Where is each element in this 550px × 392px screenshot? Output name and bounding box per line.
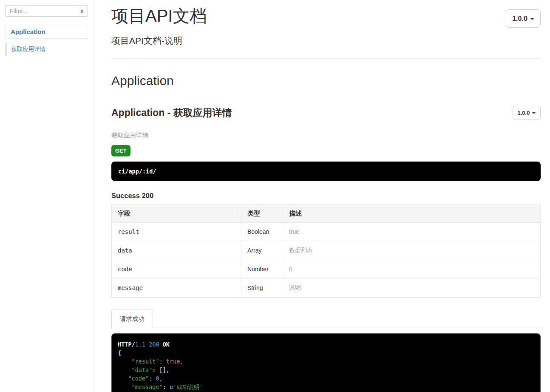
code-token-boolean: true, [166, 358, 184, 365]
cell-field: data [112, 241, 241, 260]
table-row: resultBooleantrue [112, 223, 541, 241]
cell-field: code [112, 260, 241, 278]
code-token-plain [118, 375, 128, 382]
table-row: messageString说明 [112, 278, 541, 298]
code-token-number: 1.1 200 [135, 341, 159, 348]
code-token-plain: : [149, 375, 156, 382]
table-column-header: 描述 [283, 205, 541, 223]
table-row: codeNumber0 [112, 260, 541, 278]
code-token-plain: { [118, 349, 121, 356]
header-version-dropdown[interactable]: 1.0.0 [506, 9, 541, 28]
cell-desc: 0 [283, 260, 541, 278]
article-title: Application - 获取应用详情 [111, 106, 232, 119]
cell-field: message [112, 278, 241, 298]
cell-desc: true [283, 223, 541, 241]
code-token-plain [118, 358, 132, 365]
cell-field: result [112, 223, 241, 241]
cell-desc: 说明 [283, 278, 541, 298]
article-header: Application - 获取应用详情 1.0.0 [111, 106, 541, 119]
page-title: 项目API文档 [111, 4, 541, 28]
table-column-header: 类型 [241, 205, 283, 223]
cell-type: Array [241, 241, 283, 260]
tab-request-success[interactable]: 请求成功 [111, 310, 153, 329]
code-token-key: "result" [132, 358, 159, 365]
code-token-bold: HTTP/ [118, 341, 135, 348]
example-tabs: 请求成功 [111, 309, 541, 327]
filter-clear-button[interactable]: x [77, 6, 87, 16]
code-token-string: '成功说明' [173, 383, 203, 390]
article-version-dropdown[interactable]: 1.0.0 [513, 106, 541, 119]
code-token-plain: : [159, 358, 166, 365]
success-fields-table: 字段类型描述 resultBooleantruedataArray数据列表cod… [111, 205, 541, 298]
code-token-plain: , [159, 375, 163, 382]
cell-type: String [241, 278, 283, 298]
sidebar-item-get-app-detail[interactable]: 获取应用详情 [5, 43, 88, 56]
cell-desc: 数据列表 [283, 241, 541, 260]
code-token-plain [118, 383, 132, 390]
code-token-number: 0 [156, 375, 159, 382]
filter-input[interactable] [5, 5, 88, 17]
cell-type: Boolean [241, 223, 283, 241]
header-divider [111, 58, 541, 59]
code-token-plain [118, 366, 132, 373]
cell-type: Number [241, 260, 283, 278]
header-version-label: 1.0.0 [512, 15, 527, 23]
filter-box: x [5, 5, 88, 17]
table-column-header: 字段 [112, 205, 241, 223]
code-token-plain [159, 341, 163, 348]
code-token-plain: : [], [152, 366, 170, 373]
nav-item-marker-bar [5, 43, 7, 56]
group-title: Application [111, 74, 541, 88]
table-row: dataArray数据列表 [112, 241, 541, 260]
success-title: Success 200 [111, 192, 541, 200]
table-header-row: 字段类型描述 [112, 205, 541, 223]
code-token-bold: OK [163, 341, 170, 348]
sidebar-group-application[interactable]: Application [5, 25, 88, 39]
method-badge: GET [111, 145, 130, 156]
page-subtitle: 项目API文档-说明 [111, 35, 541, 47]
code-token-key: "code" [128, 375, 149, 382]
caret-down-icon [532, 112, 536, 114]
response-example-code: HTTP/1.1 200 OK { "result": true, "data"… [111, 333, 541, 392]
main-content: 项目API文档 1.0.0 项目API文档-说明 Application App… [94, 4, 550, 392]
article-description: 获取应用详情 [111, 131, 541, 139]
caret-down-icon [530, 18, 534, 20]
sidebar-item-label: 获取应用详情 [11, 43, 45, 56]
code-token-unicode: u [170, 383, 173, 390]
article-version-label: 1.0.0 [518, 110, 530, 116]
code-token-key: "data" [132, 366, 153, 373]
sidebar: x Application 获取应用详情 [0, 0, 94, 392]
code-token-plain: : [163, 383, 170, 390]
code-token-key: "message" [132, 383, 163, 390]
endpoint-url: ci/app/:id/ [111, 162, 541, 181]
